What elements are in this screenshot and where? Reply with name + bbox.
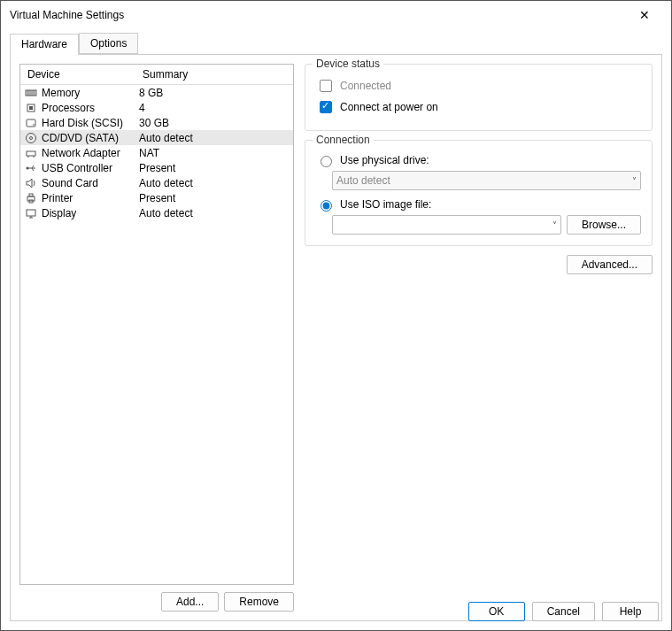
add-button[interactable]: Add... — [161, 592, 219, 612]
left-pane: Device Summary Memory8 GBProcessors4Hard… — [19, 64, 294, 612]
device-name: Network Adapter — [42, 147, 139, 159]
right-pane: Device status Connected Connect at power… — [305, 64, 653, 612]
svg-point-9 — [33, 124, 35, 126]
remove-button[interactable]: Remove — [224, 592, 294, 612]
physical-drive-combo[interactable]: Auto detect ˅ — [332, 171, 641, 190]
device-status-group: Device status Connected Connect at power… — [305, 64, 653, 131]
device-name: Display — [42, 207, 139, 219]
tab-options[interactable]: Options — [79, 33, 138, 54]
advanced-button[interactable]: Advanced... — [567, 255, 653, 274]
device-row-printer[interactable]: PrinterPresent — [20, 190, 293, 205]
dialog-buttons: OK Cancel Help — [468, 602, 659, 621]
physical-drive-value: Auto detect — [336, 174, 390, 187]
chevron-down-icon: ˅ — [632, 176, 637, 186]
browse-button[interactable]: Browse... — [567, 215, 641, 235]
device-summary: Present — [139, 162, 290, 174]
device-summary: Auto detect — [139, 207, 290, 219]
device-name: Hard Disk (SCSI) — [42, 117, 139, 129]
device-row-sound[interactable]: Sound CardAuto detect — [20, 175, 293, 190]
device-row-cd[interactable]: CD/DVD (SATA)Auto detect — [20, 130, 293, 145]
device-name: Printer — [42, 192, 139, 204]
cancel-button[interactable]: Cancel — [532, 602, 595, 621]
device-name: Processors — [42, 102, 139, 114]
hdd-icon — [24, 117, 38, 129]
connection-group: Connection Use physical drive: Auto dete… — [305, 140, 653, 246]
use-physical-radio[interactable] — [321, 156, 332, 167]
connection-title: Connection — [313, 134, 374, 146]
tab-body: Device Summary Memory8 GBProcessors4Hard… — [10, 54, 662, 621]
device-list[interactable]: Device Summary Memory8 GBProcessors4Hard… — [19, 64, 294, 585]
tab-strip: Hardware Options — [1, 33, 671, 54]
device-summary: NAT — [139, 147, 290, 159]
help-button[interactable]: Help — [602, 602, 659, 621]
device-name: Sound Card — [42, 177, 139, 189]
svg-rect-21 — [29, 194, 33, 196]
device-list-header: Device Summary — [20, 65, 293, 85]
svg-marker-19 — [27, 179, 32, 188]
device-row-usb[interactable]: USB ControllerPresent — [20, 160, 293, 175]
device-row-display[interactable]: DisplayAuto detect — [20, 205, 293, 220]
device-row-net[interactable]: Network AdapterNAT — [20, 145, 293, 160]
use-physical-label: Use physical drive: — [340, 154, 429, 166]
device-summary: 30 GB — [139, 117, 290, 129]
iso-path-combo[interactable]: ˅ — [332, 215, 561, 235]
svg-point-11 — [30, 136, 33, 139]
device-summary: 8 GB — [139, 87, 290, 99]
device-summary: 4 — [139, 102, 290, 114]
connect-poweron-label: Connect at power on — [340, 101, 438, 113]
col-header-summary: Summary — [135, 65, 293, 84]
ok-button[interactable]: OK — [468, 602, 525, 621]
title-bar: Virtual Machine Settings ✕ — [1, 1, 671, 29]
svg-rect-23 — [27, 210, 35, 216]
chevron-down-icon: ˅ — [552, 220, 557, 230]
cpu-icon — [24, 102, 38, 114]
device-name: USB Controller — [42, 162, 139, 174]
use-iso-label: Use ISO image file: — [340, 198, 431, 211]
device-summary: Present — [139, 192, 290, 204]
connected-checkbox — [320, 80, 332, 92]
window-title: Virtual Machine Settings — [10, 9, 627, 21]
svg-rect-8 — [27, 119, 35, 127]
use-iso-radio[interactable] — [321, 200, 332, 212]
printer-icon — [24, 192, 38, 204]
memory-icon — [24, 87, 38, 99]
connected-label: Connected — [340, 80, 391, 92]
device-row-hdd[interactable]: Hard Disk (SCSI)30 GB — [20, 115, 293, 130]
device-row-memory[interactable]: Memory8 GB — [20, 85, 293, 100]
usb-icon — [24, 162, 38, 174]
svg-rect-7 — [29, 106, 33, 110]
close-icon[interactable]: ✕ — [627, 8, 662, 22]
device-summary: Auto detect — [139, 177, 290, 189]
display-icon — [24, 207, 38, 219]
col-header-device: Device — [20, 65, 135, 84]
svg-rect-12 — [27, 151, 35, 156]
device-name: Memory — [42, 87, 139, 99]
device-summary: Auto detect — [139, 132, 290, 144]
sound-icon — [24, 177, 38, 189]
svg-point-10 — [27, 133, 36, 142]
tab-hardware[interactable]: Hardware — [10, 34, 79, 55]
connect-poweron-checkbox[interactable] — [320, 101, 332, 113]
device-row-cpu[interactable]: Processors4 — [20, 100, 293, 115]
net-icon — [24, 147, 38, 159]
cd-icon — [24, 132, 38, 144]
device-status-title: Device status — [313, 58, 383, 70]
device-name: CD/DVD (SATA) — [42, 132, 139, 144]
